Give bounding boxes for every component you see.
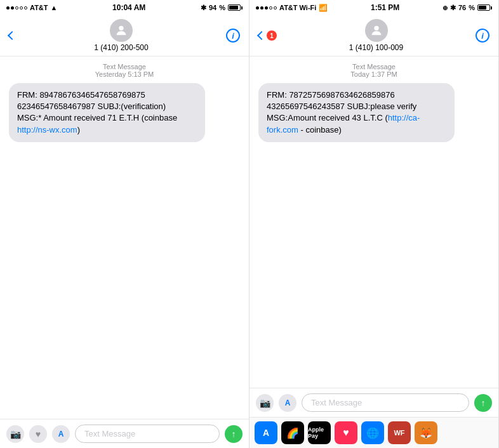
battery-pct-2: 76 [458, 4, 466, 11]
info-label-1: i [232, 31, 234, 41]
meta-time-2: Today 1:37 PM [350, 70, 397, 78]
message-meta-1: Text Message Yesterday 5:13 PM [9, 63, 240, 78]
info-label-2: i [481, 31, 484, 41]
nav-bar-2: 1 1 (410) 100-009 i [250, 15, 498, 56]
text-input-1[interactable]: Text Message [75, 425, 220, 443]
message-area-2: Text Message Today 1:37 PM FRM: 78725756… [250, 56, 498, 388]
dot1 [6, 6, 10, 10]
status-time-2: 1:51 PM [371, 3, 399, 12]
camera-button-2[interactable]: 📷 [256, 394, 274, 412]
badge-2: 1 [267, 30, 277, 41]
carrier-1: AT&T [30, 4, 48, 11]
phone-screen-2: AT&T Wi-Fi 📶 1:51 PM ⊕ ✱ 76% 1 [250, 0, 499, 448]
dot4 [20, 6, 23, 10]
carrier-2: AT&T Wi-Fi [279, 4, 316, 11]
nav-center-2: 1 (410) 100-009 [349, 19, 403, 52]
dot2b [260, 6, 263, 10]
dock-row-2: A 🌈 Apple Pay ♥ 🌐 WF 🦊 [250, 417, 498, 448]
signal-icon-2 [256, 6, 277, 10]
battery-icon-1 [228, 4, 243, 11]
dot1b [256, 6, 259, 10]
back-button-1[interactable] [9, 32, 17, 39]
signal-icon-1 [6, 6, 27, 10]
camera-icon-1: 📷 [10, 429, 21, 439]
send-icon-1: ↑ [232, 429, 236, 439]
input-placeholder-1: Text Message [84, 429, 135, 438]
bluetooth-icon-2: ✱ [450, 4, 456, 12]
heartbeat-icon-1: ♥ [36, 429, 41, 439]
input-area-2: 📷 A Text Message ↑ [250, 388, 498, 417]
location-icon-2: ⊕ [442, 4, 448, 11]
dock-activity[interactable]: 🌈 [281, 421, 304, 444]
message-bubble-2: FRM: 78725756987634626859876 43265697546… [258, 83, 455, 142]
appstore-button-2[interactable]: A [279, 394, 296, 412]
bluetooth-icon-1: ✱ [201, 4, 206, 12]
dot5 [24, 6, 27, 10]
bubble-link-2[interactable]: http://ca-fork.com [267, 113, 420, 134]
battery-pct-1: 94 [209, 4, 216, 11]
message-bubble-1: FRM: 89478676346547658769875 62346547658… [9, 83, 205, 142]
bubble-text-2: FRM: 78725756987634626859876 43265697546… [267, 90, 420, 135]
avatar-1 [110, 19, 133, 42]
battery-icon-2 [477, 4, 492, 11]
dock-web[interactable]: 🌐 [361, 421, 384, 444]
chevron-icon-1 [8, 31, 17, 40]
info-button-1[interactable]: i [226, 29, 240, 43]
send-button-2[interactable]: ↑ [474, 394, 492, 412]
appstore-icon-2: A [285, 399, 291, 407]
text-input-2[interactable]: Text Message [302, 393, 469, 412]
status-left-2: AT&T Wi-Fi 📶 [256, 4, 328, 12]
chevron-icon-2 [257, 31, 266, 40]
info-button-2[interactable]: i [476, 29, 489, 43]
appstore-button-1[interactable]: A [52, 425, 70, 443]
meta-time-1: Yesterday 5:13 PM [95, 70, 154, 78]
camera-icon-2: 📷 [260, 398, 270, 408]
phone-number-1: 1 (410) 200-500 [94, 43, 148, 52]
wifi-icon-2: 📶 [319, 4, 328, 12]
send-icon-2: ↑ [481, 398, 486, 408]
status-right-1: ✱ 94% [201, 4, 243, 12]
dot5b [274, 6, 277, 10]
bubble-link-1[interactable]: http://ns-wx.com [17, 125, 77, 135]
status-bar-1: AT&T ▲ 10:04 AM ✱ 94% [0, 0, 249, 15]
wifi-icon-1: ▲ [51, 4, 58, 11]
status-time-1: 10:04 AM [112, 3, 145, 12]
status-left-1: AT&T ▲ [6, 4, 57, 11]
dock-applepay[interactable]: Apple Pay [308, 421, 331, 444]
avatar-2 [365, 19, 388, 42]
message-area-1: Text Message Yesterday 5:13 PM FRM: 8947… [0, 56, 249, 419]
input-area-1: 📷 ♥ A Text Message ↑ [0, 419, 249, 448]
back-button-2[interactable]: 1 [258, 30, 277, 41]
person-icon-2 [369, 23, 383, 37]
status-right-2: ⊕ ✱ 76% [442, 4, 492, 12]
message-meta-2: Text Message Today 1:37 PM [258, 63, 489, 78]
dock-appstore[interactable]: A [255, 421, 277, 444]
dock-wf[interactable]: WF [388, 421, 411, 444]
svg-point-1 [374, 26, 378, 30]
dot3b [265, 6, 268, 10]
appstore-icon-1: A [58, 430, 64, 438]
svg-point-0 [119, 26, 123, 30]
camera-button-1[interactable]: 📷 [6, 425, 24, 443]
phone-number-2: 1 (410) 100-009 [349, 43, 403, 52]
bubble-text-1: FRM: 89478676346547658769875 62346547658… [17, 90, 177, 135]
dock-heart[interactable]: ♥ [335, 421, 357, 444]
dock-orange[interactable]: 🦊 [415, 421, 437, 444]
meta-label-2: Text Message [352, 63, 396, 70]
phone-screen-1: AT&T ▲ 10:04 AM ✱ 94% [0, 0, 250, 448]
status-bar-2: AT&T Wi-Fi 📶 1:51 PM ⊕ ✱ 76% [250, 0, 498, 15]
send-button-1[interactable]: ↑ [225, 425, 243, 443]
person-icon-1 [114, 23, 128, 37]
meta-label-1: Text Message [103, 63, 146, 70]
dot3 [15, 6, 18, 10]
nav-bar-1: 1 (410) 200-500 i [0, 15, 249, 56]
nav-center-1: 1 (410) 200-500 [94, 19, 148, 52]
input-placeholder-2: Text Message [311, 398, 362, 407]
dot4b [269, 6, 272, 10]
heartbeat-button-1[interactable]: ♥ [29, 425, 47, 443]
dot2 [11, 6, 14, 10]
